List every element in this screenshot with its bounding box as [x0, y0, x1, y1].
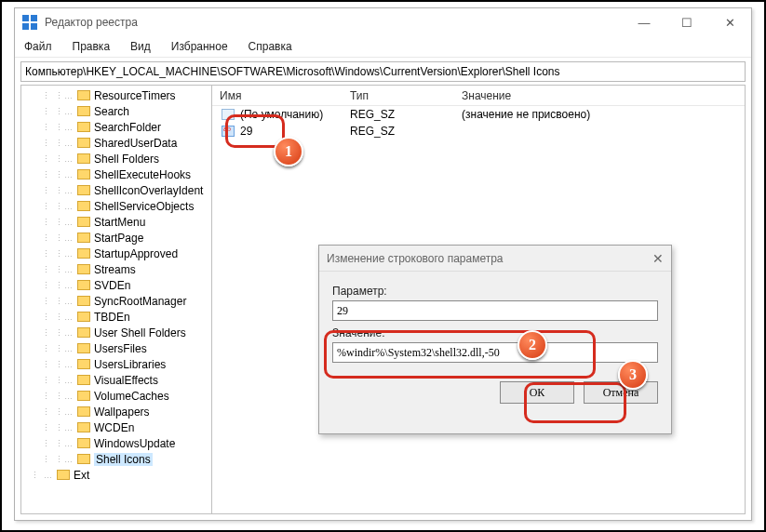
folder-icon — [77, 391, 90, 401]
tree-lines: ⋮ ⋮… — [21, 154, 74, 164]
tree-item-label: Streams — [94, 263, 136, 276]
dialog-title: Изменение строкового параметра — [327, 252, 504, 265]
tree-item[interactable]: ⋮ ⋮…Shell Icons — [21, 451, 211, 467]
tree-item-label: StartMenu — [94, 216, 145, 229]
address-bar[interactable]: Компьютер\HKEY_LOCAL_MACHINE\SOFTWARE\Mi… — [20, 61, 746, 82]
tree-item[interactable]: ⋮ ⋮…StartMenu — [21, 214, 211, 230]
tree-item[interactable]: ⋮ ⋮…Streams — [21, 261, 211, 277]
folder-icon — [77, 359, 90, 369]
ok-button[interactable]: ОК — [500, 381, 574, 404]
cell-name: 29 — [240, 125, 350, 138]
tree-item[interactable]: ⋮ …Ext — [21, 467, 211, 483]
tree-lines: ⋮ ⋮… — [21, 170, 74, 180]
tree-item-label: Search — [94, 105, 129, 118]
tree-item-label: Ext — [74, 469, 89, 482]
tree-item-label: StartupApproved — [94, 247, 178, 260]
list-row[interactable]: (По умолчанию) REG_SZ (значение не присв… — [212, 106, 745, 123]
cancel-button[interactable]: Отмена — [584, 381, 658, 404]
tree-item[interactable]: ⋮ ⋮…ShellIconOverlayIdent — [21, 182, 211, 198]
folder-icon — [77, 312, 90, 322]
list-row[interactable]: 29 REG_SZ — [212, 123, 745, 140]
tree-lines: ⋮ ⋮… — [21, 392, 74, 401]
tree-lines: ⋮ ⋮… — [21, 281, 74, 290]
param-input[interactable] — [332, 300, 658, 321]
tree-item[interactable]: ⋮ ⋮…StartupApproved — [21, 246, 211, 261]
tree-item[interactable]: ⋮ ⋮…Search — [21, 103, 211, 119]
menu-view[interactable]: Вид — [127, 38, 155, 55]
folder-icon — [77, 217, 90, 227]
tree-item[interactable]: ⋮ ⋮…UsersFiles — [21, 340, 211, 356]
tree-item[interactable]: ⋮ ⋮…ShellExecuteHooks — [21, 166, 211, 182]
tree-pane[interactable]: ⋮ ⋮…ResourceTimers⋮ ⋮…Search⋮ ⋮…SearchFo… — [21, 86, 212, 513]
tree-lines: ⋮ ⋮… — [21, 139, 74, 148]
tree-item[interactable]: ⋮ ⋮…WindowsUpdate — [21, 435, 211, 451]
cell-type: REG_SZ — [350, 108, 462, 121]
header-name[interactable]: Имя — [212, 89, 343, 102]
tree-item[interactable]: ⋮ ⋮…VisualEffects — [21, 372, 211, 388]
folder-icon — [77, 327, 90, 338]
tree-item-label: SVDEn — [94, 279, 130, 292]
tree-item[interactable]: ⋮ ⋮…SharedUserData — [21, 135, 211, 151]
close-button[interactable]: ✕ — [708, 8, 751, 36]
tree-item[interactable]: ⋮ ⋮…SVDEn — [21, 277, 211, 293]
tree-lines: ⋮ ⋮… — [21, 407, 74, 417]
tree-item-label: ResourceTimers — [94, 89, 176, 102]
tree-lines: ⋮ ⋮… — [21, 313, 74, 322]
menu-edit[interactable]: Правка — [69, 38, 114, 55]
tree-lines: ⋮ ⋮… — [21, 233, 74, 243]
list-header: Имя Тип Значение — [212, 86, 745, 106]
edit-string-dialog: Изменение строкового параметра ✕ Парамет… — [318, 245, 672, 434]
screenshot-frame: Редактор реестра — ☐ ✕ Файл Правка Вид И… — [0, 0, 766, 532]
folder-icon — [77, 90, 90, 100]
maximize-button[interactable]: ☐ — [665, 8, 708, 36]
tree-item[interactable]: ⋮ ⋮…Shell Folders — [21, 151, 211, 166]
value-input[interactable] — [332, 342, 658, 363]
address-text: Компьютер\HKEY_LOCAL_MACHINE\SOFTWARE\Mi… — [25, 65, 560, 78]
tree-lines: ⋮ ⋮… — [21, 186, 74, 195]
regedit-window: Редактор реестра — ☐ ✕ Файл Правка Вид И… — [14, 7, 752, 521]
tree-item-label: SearchFolder — [94, 121, 161, 134]
tree-item-label: Shell Folders — [94, 153, 159, 166]
tree-item[interactable]: ⋮ ⋮…UsersLibraries — [21, 356, 211, 372]
menu-file[interactable]: Файл — [20, 38, 56, 55]
tree-item[interactable]: ⋮ ⋮…User Shell Folders — [21, 325, 211, 340]
tree-item-label: WindowsUpdate — [94, 437, 175, 450]
tree-item[interactable]: ⋮ ⋮…SyncRootManager — [21, 293, 211, 309]
tree-lines: ⋮ ⋮… — [21, 376, 74, 385]
regedit-icon — [22, 15, 37, 30]
menu-favorites[interactable]: Избранное — [168, 38, 232, 55]
tree-item[interactable]: ⋮ ⋮…Wallpapers — [21, 404, 211, 419]
minimize-button[interactable]: — — [623, 8, 665, 36]
tree-item[interactable]: ⋮ ⋮…ResourceTimers — [21, 87, 211, 103]
cell-value: (значение не присвоено) — [462, 108, 745, 121]
folder-icon — [57, 470, 70, 480]
tree-item-label: Wallpapers — [94, 406, 150, 419]
folder-icon — [77, 201, 90, 211]
dialog-body: Параметр: Значение: — [319, 272, 671, 370]
tree-item[interactable]: ⋮ ⋮…SearchFolder — [21, 119, 211, 135]
folder-icon — [77, 153, 90, 164]
header-type[interactable]: Тип — [343, 89, 454, 102]
tree-item-label: VisualEffects — [94, 374, 158, 387]
title-bar: Редактор реестра — ☐ ✕ — [15, 8, 751, 36]
folder-icon — [77, 422, 90, 432]
folder-icon — [77, 406, 90, 417]
dialog-close-icon[interactable]: ✕ — [652, 251, 664, 266]
menu-help[interactable]: Справка — [245, 38, 296, 55]
tree-item-label: User Shell Folders — [94, 326, 186, 339]
tree-item[interactable]: ⋮ ⋮…WCDEn — [21, 419, 211, 435]
tree-lines: ⋮ ⋮… — [21, 249, 74, 259]
tree-item-label: SharedUserData — [94, 137, 177, 150]
header-value[interactable]: Значение — [454, 89, 745, 102]
folder-icon — [77, 233, 90, 243]
string-icon — [222, 126, 235, 137]
tree-item[interactable]: ⋮ ⋮…TBDEn — [21, 309, 211, 325]
tree-item[interactable]: ⋮ ⋮…StartPage — [21, 230, 211, 246]
tree-item[interactable]: ⋮ ⋮…ShellServiceObjects — [21, 198, 211, 214]
folder-icon — [77, 169, 90, 180]
tree-lines: ⋮ ⋮… — [21, 439, 74, 448]
value-label: Значение: — [332, 326, 658, 339]
tree-lines: ⋮ ⋮… — [21, 202, 74, 211]
tree-item[interactable]: ⋮ ⋮…VolumeCaches — [21, 388, 211, 404]
tree-lines: ⋮ ⋮… — [21, 360, 74, 369]
